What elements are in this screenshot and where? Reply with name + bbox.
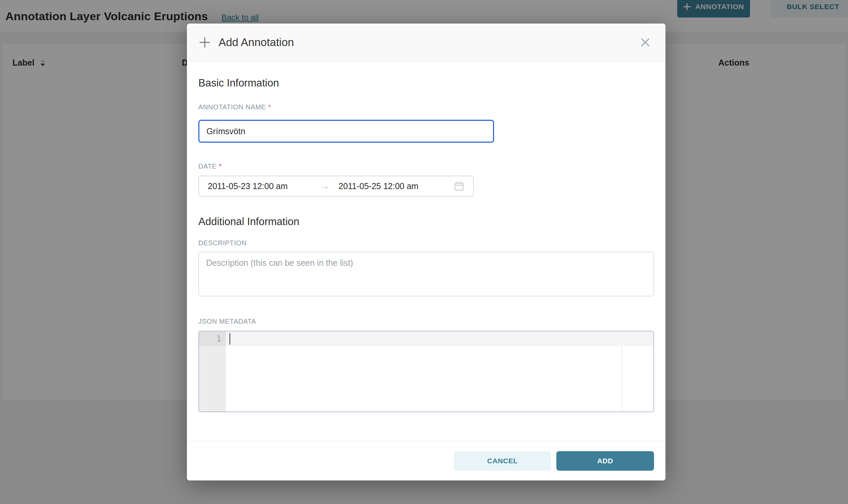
add-annotation-modal: Add Annotation Basic Information ANNOTAT… [187, 23, 665, 481]
close-x-icon [640, 37, 651, 48]
section-title-additional: Additional Information [198, 215, 654, 228]
add-button[interactable]: ADD [556, 451, 654, 471]
annotation-name-input[interactable] [198, 120, 494, 143]
annotation-name-label: ANNOTATION NAME* [198, 103, 654, 111]
section-title-basic: Basic Information [198, 61, 654, 90]
json-metadata-label: JSON METADATA [198, 317, 654, 325]
modal-close-button[interactable] [640, 37, 651, 48]
screen: Annotation Layer Volcanic Eruptions Back… [0, 0, 848, 504]
modal-footer: CANCEL ADD [187, 441, 665, 481]
editor-print-margin [622, 346, 622, 412]
modal-header: Add Annotation [187, 23, 665, 61]
description-label: DESCRIPTION [198, 239, 654, 247]
date-start-value[interactable]: 2011-05-23 12:00 am [208, 181, 288, 191]
description-textarea[interactable] [198, 252, 654, 296]
modal-body: Basic Information ANNOTATION NAME* DATE*… [187, 61, 665, 412]
date-range-picker[interactable]: 2011-05-23 12:00 am → 2011-05-25 12:00 a… [198, 176, 474, 197]
date-label-text: DATE [198, 162, 217, 170]
json-metadata-editor[interactable]: 1 [198, 331, 654, 412]
required-asterisk: * [268, 103, 271, 111]
date-label: DATE* [198, 162, 654, 170]
editor-line-number: 1 [199, 331, 226, 346]
plus-icon [199, 37, 210, 48]
calendar-outline-icon[interactable] [454, 181, 464, 192]
right-arrow-icon: → [320, 181, 329, 192]
cancel-button[interactable]: CANCEL [454, 451, 551, 471]
editor-text-cursor [229, 333, 230, 344]
editor-active-line [226, 331, 653, 346]
modal-title: Add Annotation [219, 36, 294, 49]
required-asterisk: * [219, 162, 222, 170]
date-end-value[interactable]: 2011-05-25 12:00 am [339, 181, 418, 191]
annotation-name-label-text: ANNOTATION NAME [198, 103, 266, 111]
